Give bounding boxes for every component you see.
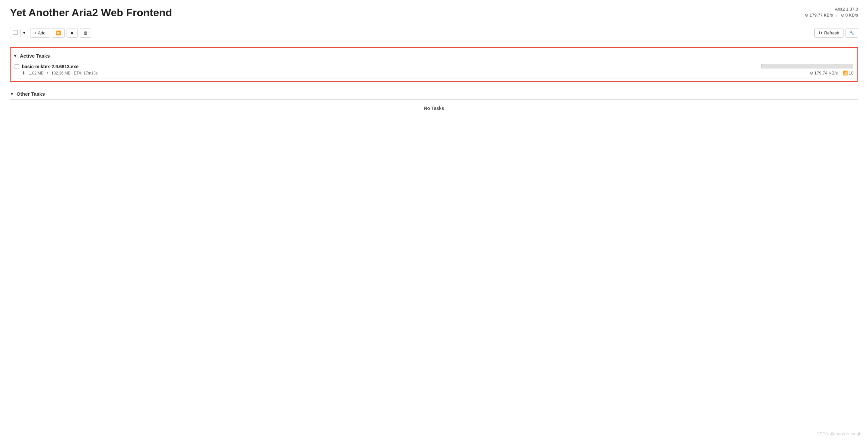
download-speed-icon: ⊙ xyxy=(805,12,808,18)
task-title-row: basic-miktex-2.9.6813.exe xyxy=(14,64,761,69)
task-size-separator: / xyxy=(47,71,48,75)
download-speed-value: 179.77 KB/s xyxy=(809,12,833,18)
task-speed-value: 179.74 KB/s xyxy=(814,70,838,75)
header: Yet Another Aria2 Web Frontend Aria2 1.3… xyxy=(10,7,858,23)
header-right: Aria2 1.37.0 ⊙ 179.77 KB/s / ⊙ 0 KB/s xyxy=(805,7,858,18)
active-tasks-section: ▼ Active Tasks basic-miktex-2.9.6813.exe… xyxy=(10,47,858,82)
settings-button[interactable]: 🔧 xyxy=(845,28,858,38)
download-stat: ⊙ 179.77 KB/s xyxy=(805,12,833,18)
stop-button[interactable]: ■ xyxy=(66,28,78,38)
upload-stat: ⊙ 0 KB/s xyxy=(841,12,858,18)
active-section-border: ▼ Active Tasks basic-miktex-2.9.6813.exe… xyxy=(10,47,858,82)
refresh-icon: ↻ xyxy=(819,30,822,35)
task-total-size: 182.36 MB xyxy=(51,71,70,75)
toolbar-left: ▼ + Add ⏩ ■ 🗑 xyxy=(10,28,812,38)
toolbar: ▼ + Add ⏩ ■ 🗑 ↻ Refresh 🔧 xyxy=(10,28,858,42)
refresh-label: Refresh xyxy=(824,30,839,35)
other-tasks-toggle-icon: ▼ xyxy=(10,92,14,96)
other-tasks-label: Other Tasks xyxy=(17,91,45,97)
task-connections-icon: 📶 xyxy=(842,70,848,75)
select-all-checkbox[interactable] xyxy=(10,28,20,38)
task-eta: ETA: 17m13s xyxy=(74,71,98,75)
active-tasks-label: Active Tasks xyxy=(20,53,50,59)
task-speed-icon: ⊙ xyxy=(810,70,813,75)
app-container: Yet Another Aria2 Web Frontend Aria2 1.3… xyxy=(0,0,868,443)
version-label: Aria2 1.37.0 xyxy=(805,7,858,11)
task-checkbox[interactable] xyxy=(14,64,19,69)
watermark: CSDN @tough is tough xyxy=(817,432,861,436)
task-right: ⊙ 179.74 KB/s 📶 10 xyxy=(761,64,854,75)
progress-bar-fill xyxy=(761,64,762,68)
no-tasks-label: No Tasks xyxy=(10,99,858,117)
active-tasks-header[interactable]: ▼ Active Tasks xyxy=(13,50,855,61)
task-left: basic-miktex-2.9.6813.exe ⬇ 1.02 MB / 18… xyxy=(14,64,761,75)
checkbox-inner xyxy=(13,30,18,35)
progress-bar-container xyxy=(761,64,854,68)
task-download-icon: ⬇ xyxy=(22,70,26,75)
other-tasks-header[interactable]: ▼ Other Tasks xyxy=(10,88,858,99)
speed-separator: / xyxy=(836,12,838,18)
task-name: basic-miktex-2.9.6813.exe xyxy=(22,64,79,69)
add-button[interactable]: + Add xyxy=(30,28,50,38)
active-tasks-toggle-icon: ▼ xyxy=(13,54,17,58)
toolbar-right: ↻ Refresh 🔧 xyxy=(814,28,858,38)
delete-button[interactable]: 🗑 xyxy=(80,28,91,38)
upload-speed-icon: ⊙ xyxy=(841,12,844,18)
select-all-group[interactable]: ▼ xyxy=(10,28,28,38)
app-title: Yet Another Aria2 Web Frontend xyxy=(10,7,172,19)
other-tasks-section: ▼ Other Tasks No Tasks xyxy=(10,88,858,117)
fast-forward-button[interactable]: ⏩ xyxy=(52,28,65,38)
task-speed-row: ⊙ 179.74 KB/s 📶 10 xyxy=(810,70,854,75)
task-connections-value: 10 xyxy=(849,70,854,75)
task-meta: ⬇ 1.02 MB / 182.36 MB ETA: 17m13s xyxy=(14,70,761,75)
task-row: basic-miktex-2.9.6813.exe ⬇ 1.02 MB / 18… xyxy=(13,61,855,78)
task-downloaded: 1.02 MB xyxy=(29,71,44,75)
task-connections-stat: 📶 10 xyxy=(842,70,854,75)
refresh-button[interactable]: ↻ Refresh xyxy=(814,28,843,38)
select-all-dropdown[interactable]: ▼ xyxy=(20,29,28,37)
upload-speed-value: 0 KB/s xyxy=(845,12,858,18)
header-stats: ⊙ 179.77 KB/s / ⊙ 0 KB/s xyxy=(805,12,858,18)
task-speed-stat: ⊙ 179.74 KB/s xyxy=(810,70,838,75)
